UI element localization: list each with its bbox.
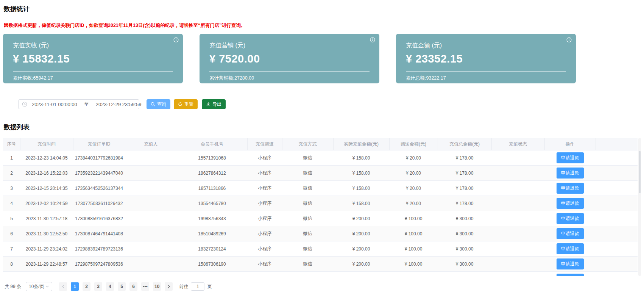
cell-person [125, 150, 177, 166]
cell-phone: 18627864312 [177, 166, 247, 181]
cell-time: 2023-11-30 12:52:50 [20, 226, 73, 241]
goto-page-input[interactable] [191, 282, 204, 291]
cell-order-id: 1729883924789723136 [73, 241, 125, 257]
cell-time [20, 272, 73, 276]
page-size-value: 10条/页 [29, 283, 44, 290]
cell-status [491, 272, 544, 276]
date-start[interactable]: 2023-11-01 00:00:00 [32, 102, 77, 107]
cell-channel: 小程序 [247, 241, 282, 257]
table-scroll-area[interactable]: 序号充值时间充值订单ID充值人会员手机号充值渠道充值方式实际充值金额(元)赠送金… [3, 138, 641, 276]
cell-person [125, 211, 177, 226]
cell-person [125, 241, 177, 257]
goto-label: 前往 [179, 283, 188, 290]
refund-request-button[interactable]: 申请退款 [557, 183, 584, 194]
info-icon[interactable] [173, 37, 179, 42]
cell-channel: 小程序 [247, 166, 282, 181]
date-end[interactable]: 2023-12-29 23:59:59 [96, 102, 142, 107]
filter-bar: 2023-11-01 00:00:00 至 2023-12-29 23:59:5… [18, 99, 644, 109]
search-button[interactable]: 查询 [147, 99, 170, 109]
scrollbar-thumb[interactable] [639, 151, 641, 193]
refund-request-button[interactable]: 申请退款 [557, 213, 584, 224]
cell-gutter [596, 181, 638, 196]
column-header: 充值人 [125, 138, 177, 150]
cell-status [491, 181, 544, 196]
column-header: 序号 [3, 138, 20, 150]
cell-total: ¥ 178.00 [438, 196, 491, 211]
data-update-warning: 因数据格式更新，储值纪录关联门店ID，如欲查询2021年11月13日(含)以前的… [4, 22, 644, 29]
vertical-scrollbar[interactable] [638, 138, 641, 276]
recharge-table: 序号充值时间充值订单ID充值人会员手机号充值渠道充值方式实际充值金额(元)赠送金… [3, 138, 641, 276]
cell-seq [3, 272, 20, 276]
cell-method: 微信 [282, 226, 333, 241]
cell-amount: ¥ 200.00 [333, 211, 389, 226]
refund-request-button[interactable]: 申请退款 [557, 258, 584, 269]
prev-page-button[interactable] [59, 282, 67, 291]
goto-suffix: 页 [207, 283, 212, 290]
cell-total: ¥ 300.00 [438, 226, 491, 241]
cell-gutter [596, 211, 638, 226]
cell-status [491, 211, 544, 226]
table-row: 7 2023-11-29 23:24:02 172988392478972313… [3, 241, 638, 257]
cell-time: 2023-11-29 22:48:57 [20, 257, 73, 272]
page-button-5[interactable]: 5 [118, 282, 126, 291]
table-row: 4 2023-12-02 10:24:59 173077503361102643… [3, 196, 638, 211]
info-icon[interactable] [370, 37, 375, 42]
page-button-•••[interactable]: ••• [141, 282, 149, 291]
column-header: 充值方式 [282, 138, 333, 150]
refund-request-button[interactable]: 申请退款 [557, 152, 584, 163]
cell-channel: 小程序 [247, 181, 282, 196]
cell-person [125, 226, 177, 241]
cell-gutter [596, 241, 638, 257]
table-row: 1 2023-12-23 14:04:05 173844031779268198… [3, 150, 638, 166]
cell-bonus: ¥ 20.00 [389, 181, 438, 196]
table-row: 3 2023-12-15 20:14:35 173563445252613734… [3, 181, 638, 196]
cell-person [125, 272, 177, 276]
next-page-button[interactable] [165, 282, 173, 291]
page-button-4[interactable]: 4 [106, 282, 114, 291]
cell-bonus: ¥ 100.00 [389, 257, 438, 272]
cell-time: 2023-12-16 15:22:03 [20, 166, 73, 181]
cell-method: 微信 [282, 150, 333, 166]
search-button-label: 查询 [157, 101, 166, 108]
date-separator: 至 [84, 101, 89, 108]
table-row: 6 2023-11-30 12:52:50 173008746479144140… [3, 226, 638, 241]
table-row: 申请退款 [3, 272, 638, 276]
info-icon[interactable] [566, 37, 572, 42]
cell-seq: 2 [3, 166, 20, 181]
chevron-right-icon [167, 285, 171, 288]
card-value: ¥ 23352.15 [406, 53, 566, 65]
cell-time: 2023-11-30 12:57:18 [20, 211, 73, 226]
cell-order-id [73, 272, 125, 276]
page-button-2[interactable]: 2 [83, 282, 90, 291]
cell-total [438, 272, 491, 276]
refund-request-button[interactable]: 申请退款 [557, 274, 584, 276]
cell-method: 微信 [282, 241, 333, 257]
reset-button[interactable]: 重置 [174, 99, 198, 109]
page-button-1[interactable]: 1 [71, 282, 79, 291]
table-row: 5 2023-11-30 12:57:18 173008859161637683… [3, 211, 638, 226]
cell-bonus: ¥ 100.00 [389, 211, 438, 226]
total-count: 共 99 条 [5, 283, 21, 290]
page-button-6[interactable]: 6 [129, 282, 137, 291]
cell-seq: 6 [3, 226, 20, 241]
card-value: ¥ 7520.00 [209, 53, 370, 65]
refund-request-button[interactable]: 申请退款 [557, 168, 584, 179]
cell-amount: ¥ 200.00 [333, 241, 389, 257]
stat-card-total-amount: 充值金额 (元) ¥ 23352.15 累计总额:93222.17 [396, 34, 576, 83]
cell-method: 微信 [282, 196, 333, 211]
column-header: 充值总金额(元) [438, 138, 491, 150]
refund-request-button[interactable]: 申请退款 [557, 198, 584, 209]
export-button[interactable]: 导出 [202, 99, 226, 109]
cell-gutter [596, 257, 638, 272]
page-button-3[interactable]: 3 [94, 282, 102, 291]
refund-request-button[interactable]: 申请退款 [557, 228, 584, 239]
date-range-picker[interactable]: 2023-11-01 00:00:00 至 2023-12-29 23:59:5… [18, 99, 139, 109]
page-button-10[interactable]: 10 [153, 282, 161, 291]
cell-time: 2023-11-29 23:24:02 [20, 241, 73, 257]
page-title: 数据统计 [4, 5, 644, 13]
cell-total: ¥ 300.00 [438, 211, 491, 226]
page-size-select[interactable]: 10条/页 [26, 282, 52, 291]
cell-seq: 8 [3, 257, 20, 272]
refund-request-button[interactable]: 申请退款 [557, 243, 584, 254]
cell-total: ¥ 300.00 [438, 241, 491, 257]
